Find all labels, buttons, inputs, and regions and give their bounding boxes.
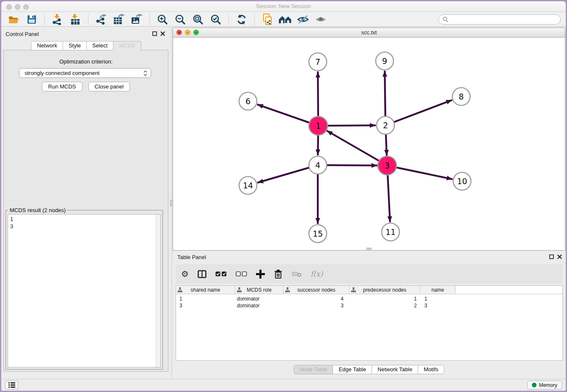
first-neighbors-icon[interactable] [278, 14, 292, 25]
hierarchy-icon [285, 287, 290, 293]
column-header-predecessor-nodes[interactable]: predecessor nodes [350, 286, 420, 294]
task-history-button[interactable] [5, 381, 18, 389]
zoom-out-icon[interactable] [173, 14, 187, 25]
mcds-result-list[interactable]: 1 3 [8, 214, 161, 367]
zoom-in-icon[interactable] [156, 14, 169, 25]
graph-edge-3-10[interactable] [396, 167, 453, 179]
close-panel-button[interactable]: Close panel [88, 82, 130, 91]
save-session-icon[interactable] [25, 14, 39, 25]
network-canvas[interactable]: 1234678910111415 [173, 38, 565, 250]
search-field[interactable] [438, 14, 561, 25]
import-network-icon[interactable] [51, 14, 64, 25]
graph-node-10[interactable]: 10 [453, 172, 471, 190]
graph-edge-4-14[interactable] [257, 168, 309, 183]
tab-node-table[interactable]: Node Table [294, 365, 333, 374]
tab-mcds[interactable]: MCDS [113, 41, 141, 50]
delete-row-icon[interactable] [274, 269, 283, 279]
tab-edge-table[interactable]: Edge Table [333, 365, 372, 374]
graph-node-6[interactable]: 6 [239, 92, 257, 110]
toolbar-separator [149, 14, 150, 25]
app-titlebar[interactable]: Session: New Session [1, 1, 566, 12]
cell-successor-nodes: 3 [284, 303, 350, 309]
canvas-resize-handle[interactable] [366, 248, 372, 251]
tab-network[interactable]: Network [31, 41, 63, 50]
graph-node-2[interactable]: 2 [377, 116, 394, 134]
zoom-selected-icon[interactable] [209, 14, 223, 25]
cell-mcds-role: dominator [235, 303, 284, 309]
graph-node-4[interactable]: 4 [309, 156, 327, 174]
graph-node-1[interactable]: 1 [309, 116, 328, 135]
node-table[interactable]: shared name MCDS role successor nodes pr… [176, 285, 563, 361]
graph-edge-1-4[interactable] [318, 135, 318, 155]
tab-network-table[interactable]: Network Table [372, 365, 418, 374]
export-image-icon[interactable] [130, 14, 143, 25]
cell-shared-name: 1 [176, 296, 235, 302]
criterion-select[interactable]: strongly connected component [19, 68, 151, 78]
show-all-icon[interactable] [314, 14, 328, 25]
column-header-shared-name[interactable]: shared name [176, 286, 235, 294]
column-header-successor-nodes[interactable]: successor nodes [284, 286, 350, 294]
show-columns-icon[interactable] [198, 270, 206, 278]
hide-selected-icon[interactable] [296, 14, 310, 25]
cell-successor-nodes: 4 [284, 296, 350, 302]
column-header-name[interactable]: name [420, 286, 456, 294]
graph-node-8[interactable]: 8 [452, 88, 470, 105]
memory-button[interactable]: Memory [527, 381, 562, 389]
graph-node-11[interactable]: 11 [382, 223, 399, 241]
graph-edge-3-11[interactable] [388, 174, 390, 222]
new-network-from-selection-icon[interactable] [261, 14, 274, 25]
search-input[interactable] [451, 15, 560, 24]
refresh-icon[interactable] [235, 14, 248, 25]
tab-style[interactable]: Style [63, 41, 87, 50]
float-table-panel-icon[interactable] [549, 254, 554, 259]
graph-node-3[interactable]: 3 [378, 156, 396, 175]
close-panel-icon[interactable] [160, 31, 165, 36]
graph-edge-1-7[interactable] [318, 72, 318, 117]
network-window: ✕ – + scc.txt 1234678910111415 [173, 28, 565, 251]
import-table-icon[interactable] [69, 14, 82, 25]
delete-table-icon[interactable] [292, 271, 302, 277]
table-row[interactable]: 3 dominator 3 2 3 [176, 302, 562, 309]
cell-predecessor-nodes: 2 [350, 303, 420, 309]
open-session-icon[interactable] [7, 14, 21, 25]
hierarchy-icon [351, 287, 356, 293]
result-scrollbar[interactable] [156, 215, 160, 367]
table-row[interactable]: 1 dominator 4 1 1 [176, 295, 562, 302]
graph-edge-2-8[interactable] [394, 100, 452, 122]
graph-node-9[interactable]: 9 [376, 52, 394, 70]
graph-edge-3-1[interactable] [327, 131, 380, 161]
run-mcds-button[interactable]: Run MCDS [42, 82, 83, 91]
graph-edge-2-9[interactable] [385, 71, 385, 116]
column-header-mcds-role[interactable]: MCDS role [235, 286, 284, 294]
export-table-icon[interactable] [112, 14, 126, 25]
function-builder-icon[interactable]: f(x) [311, 270, 323, 278]
deselect-all-rows-icon[interactable] [236, 271, 247, 276]
float-panel-icon[interactable] [152, 31, 157, 36]
svg-text:10: 10 [457, 177, 467, 186]
svg-text:8: 8 [459, 92, 464, 101]
svg-text:15: 15 [313, 229, 323, 238]
graph-edge-2-3[interactable] [386, 134, 387, 156]
graph-node-15[interactable]: 15 [309, 225, 327, 243]
svg-text:7: 7 [315, 57, 320, 66]
zoom-fit-icon[interactable] [191, 14, 205, 25]
export-network-icon[interactable] [94, 14, 108, 25]
select-all-rows-icon[interactable] [215, 271, 227, 276]
svg-text:14: 14 [243, 181, 253, 190]
add-row-icon[interactable] [256, 270, 265, 279]
network-window-titlebar[interactable]: ✕ – + scc.txt [173, 28, 565, 38]
app-title: Session: New Session [1, 3, 566, 9]
table-settings-icon[interactable]: ⚙ [181, 270, 189, 278]
tab-select[interactable]: Select [86, 41, 113, 50]
cell-shared-name: 3 [176, 303, 235, 309]
screen: Session: New Session [0, 0, 567, 392]
graph-edge-1-6[interactable] [257, 105, 310, 123]
close-table-panel-icon[interactable] [557, 254, 562, 259]
graph-node-7[interactable]: 7 [309, 53, 327, 71]
mcds-panel: Optimization criterion: strongly connect… [3, 50, 168, 372]
graph-node-14[interactable]: 14 [239, 177, 257, 194]
graph-edge-1-2[interactable] [327, 125, 376, 126]
list-icon [8, 382, 15, 388]
tab-motifs[interactable]: Motifs [418, 365, 444, 374]
graph-edge-4-3[interactable] [327, 165, 377, 166]
